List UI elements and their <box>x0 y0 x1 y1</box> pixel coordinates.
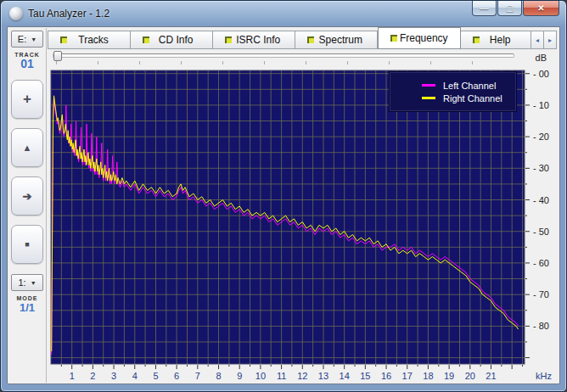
tab-scroll-left-button[interactable]: ◂ <box>531 31 544 49</box>
tab-led-icon <box>473 36 480 43</box>
tab-cd-info[interactable]: CD Info <box>131 31 213 49</box>
svg-text:- 10: - 10 <box>533 100 549 110</box>
svg-text:- 30: - 30 <box>533 163 549 173</box>
tab-spectrum[interactable]: Spectrum <box>295 31 378 49</box>
drive-select[interactable]: E: ▼ <box>11 31 43 48</box>
svg-text:6: 6 <box>174 371 179 381</box>
tab-led-icon <box>307 36 314 43</box>
svg-text:13: 13 <box>318 371 328 381</box>
window-title: Tau Analyzer - 1.2 <box>28 8 109 20</box>
arrow-right-icon: ➔ <box>23 190 32 203</box>
maximize-button[interactable]: ▢ <box>497 1 522 16</box>
svg-text:11: 11 <box>277 371 286 381</box>
svg-text:9: 9 <box>237 371 242 381</box>
svg-text:- 20: - 20 <box>533 132 549 142</box>
svg-text:- 80: - 80 <box>533 321 549 331</box>
tab-led-icon <box>390 35 397 42</box>
plus-button[interactable]: + <box>11 80 43 119</box>
svg-text:14: 14 <box>340 371 350 381</box>
tab-tracks[interactable]: Tracks <box>48 31 131 49</box>
drive-select-value: E: <box>18 34 26 44</box>
chevron-down-icon: ▼ <box>31 36 36 42</box>
tab-isrc-info[interactable]: ISRC Info <box>213 31 295 49</box>
svg-text:4: 4 <box>132 371 138 381</box>
mode-select-value: 1: <box>18 277 25 288</box>
tab-frequency[interactable]: Frequency <box>378 27 461 49</box>
svg-text:- 70: - 70 <box>533 289 549 300</box>
stop-button[interactable]: ■ <box>11 225 43 264</box>
zoom-slider[interactable] <box>53 53 514 58</box>
chart-canvas: 123456789101112131415161718192021kHz- 00… <box>48 67 563 385</box>
svg-text:7: 7 <box>195 371 200 381</box>
client-area: E: ▼ TRACK 01 + ▲ ➔ ■ 1: ▼ MODE 1/1 <box>7 26 560 384</box>
svg-text:3: 3 <box>111 371 116 381</box>
title-bar[interactable]: Tau Analyzer - 1.2 — ▢ ✕ <box>1 1 566 26</box>
minimize-button[interactable]: — <box>472 1 497 16</box>
app-icon <box>9 7 23 20</box>
svg-text:2: 2 <box>90 371 95 381</box>
svg-text:- 40: - 40 <box>533 195 549 205</box>
tab-led-icon <box>143 36 149 43</box>
svg-text:15: 15 <box>360 371 370 381</box>
mode-select[interactable]: 1: ▼ <box>11 274 43 291</box>
legend-line-icon <box>422 97 435 99</box>
zoom-slider-thumb[interactable] <box>53 51 62 61</box>
slider-ticks <box>56 61 511 64</box>
legend-item-left-channel: Left Channel <box>422 81 516 91</box>
stop-icon: ■ <box>25 240 29 249</box>
svg-text:kHz: kHz <box>536 371 552 381</box>
chevron-down-icon: ▼ <box>31 280 36 286</box>
tab-led-icon <box>225 36 232 43</box>
eject-icon: ▲ <box>23 143 32 153</box>
close-button[interactable]: ✕ <box>523 1 559 16</box>
y-axis-unit-label: dB <box>536 53 547 63</box>
mode-value: 1/1 <box>20 301 35 314</box>
svg-text:- 60: - 60 <box>533 258 549 268</box>
track-number: 01 <box>20 58 34 70</box>
arrow-left-icon: ◂ <box>536 36 539 44</box>
plus-icon: + <box>23 91 31 108</box>
tab-strip: Tracks CD Info ISRC Info Spectrum Freque… <box>48 29 557 49</box>
svg-text:8: 8 <box>216 371 221 381</box>
next-button[interactable]: ➔ <box>11 176 43 216</box>
legend-item-right-channel: Right Channel <box>422 93 516 104</box>
svg-text:16: 16 <box>381 371 391 381</box>
svg-text:10: 10 <box>255 371 266 381</box>
svg-text:- 50: - 50 <box>533 227 549 237</box>
eject-button[interactable]: ▲ <box>11 128 43 167</box>
tab-led-icon <box>60 36 67 43</box>
chart-legend: Left Channel Right Channel <box>389 71 517 112</box>
svg-text:18: 18 <box>423 371 433 381</box>
arrow-right-icon: ▸ <box>548 36 552 44</box>
tab-scroll-right-button[interactable]: ▸ <box>544 31 557 49</box>
svg-text:20: 20 <box>465 371 475 381</box>
zoom-slider-row: dB <box>48 50 559 67</box>
frequency-chart: 123456789101112131415161718192021kHz- 00… <box>48 67 559 383</box>
tab-help[interactable]: Help <box>461 31 531 49</box>
svg-text:5: 5 <box>153 371 158 381</box>
svg-text:12: 12 <box>297 371 307 381</box>
svg-text:- 00: - 00 <box>533 69 549 79</box>
svg-text:17: 17 <box>402 371 413 381</box>
svg-text:21: 21 <box>486 371 496 381</box>
mode-label: MODE <box>17 295 38 301</box>
legend-line-icon <box>422 84 435 87</box>
app-window: Tau Analyzer - 1.2 — ▢ ✕ E: ▼ TRACK 01 +… <box>0 0 567 392</box>
svg-text:1: 1 <box>70 371 75 381</box>
sidebar: E: ▼ TRACK 01 + ▲ ➔ ■ 1: ▼ MODE 1/1 <box>8 28 47 383</box>
svg-text:19: 19 <box>444 371 454 381</box>
